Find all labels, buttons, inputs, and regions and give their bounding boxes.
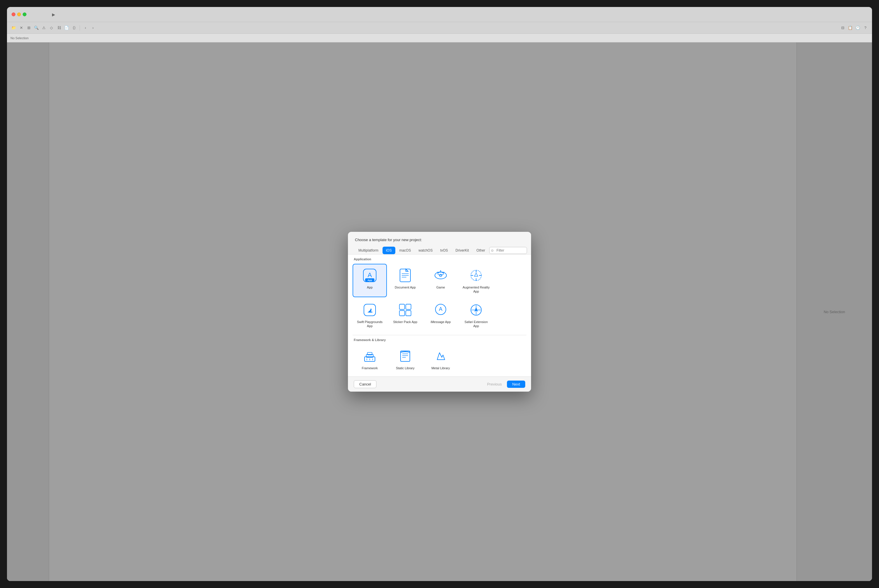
dialog-overlay: Choose a template for your new project: … — [7, 42, 440, 294]
doc-icon[interactable]: 📄 — [63, 25, 70, 31]
svg-text:A: A — [368, 272, 372, 279]
template-dialog: Choose a template for your new project: … — [348, 232, 440, 294]
tab-ios[interactable]: iOS — [383, 247, 395, 254]
nav-back-icon[interactable]: ‹ — [82, 25, 89, 31]
document-app-label: Document App — [395, 285, 416, 290]
search-icon[interactable]: 🔍 — [33, 25, 39, 31]
game-label: Game — [436, 285, 440, 290]
tab-macos[interactable]: macOS — [396, 247, 415, 254]
folder-icon[interactable]: 📁 — [11, 25, 17, 31]
titlebar: ▶ — [7, 7, 440, 22]
traffic-lights — [12, 12, 27, 16]
main-content: Choose a template for your new project: … — [7, 42, 440, 294]
section-application-header: Application — [348, 255, 440, 262]
xcode-window: ▶ 📁 ✕ ⊞ 🔍 ⚠ ◇ ⛓ 📄 ⟨⟩ ‹ › ⊟ 📋 🕐 ? No Sele… — [7, 7, 440, 294]
game-icon — [433, 268, 440, 283]
dialog-body: Application A ✦ — [348, 255, 440, 294]
shape-icon[interactable]: ◇ — [48, 25, 55, 31]
document-app-icon — [398, 268, 413, 283]
divider — [80, 25, 80, 30]
tab-multiplatform[interactable]: Multiplatform — [355, 247, 382, 254]
warning-icon[interactable]: ⚠ — [41, 25, 47, 31]
breadcrumb-text: No Selection — [11, 36, 29, 40]
app-label: App — [367, 285, 373, 290]
nav-forward-icon[interactable]: › — [90, 25, 96, 31]
maximize-button[interactable] — [23, 12, 27, 16]
template-document-app[interactable]: Document App — [388, 264, 422, 294]
close-tab-icon[interactable]: ✕ — [18, 25, 24, 31]
minimize-button[interactable] — [17, 12, 21, 16]
template-app[interactable]: A ✦ App App — [353, 264, 387, 294]
tab-tvos[interactable]: tvOS — [437, 247, 440, 254]
grid-icon[interactable]: ⊞ — [26, 25, 32, 31]
run-button[interactable]: ▶ — [52, 12, 55, 17]
tabs-bar: Multiplatform iOS macOS watchOS tvOS Dri… — [348, 247, 440, 255]
application-grid: A ✦ App App — [348, 262, 440, 294]
chevron-wrap-icon[interactable]: ⟨⟩ — [71, 25, 77, 31]
breadcrumb-bar: No Selection — [7, 34, 440, 42]
template-game[interactable]: Game — [424, 264, 440, 294]
svg-point-9 — [435, 272, 440, 279]
dialog-header: Choose a template for your new project: — [348, 232, 440, 247]
tab-watchos[interactable]: watchOS — [415, 247, 436, 254]
dialog-title: Choose a template for your new project: — [355, 238, 440, 242]
svg-text:App: App — [367, 279, 372, 282]
link-icon[interactable]: ⛓ — [56, 25, 62, 31]
close-button[interactable] — [12, 12, 15, 16]
editor-area: Choose a template for your new project: … — [49, 42, 440, 294]
app-icon: A ✦ App — [362, 268, 377, 283]
toolbar: 📁 ✕ ⊞ 🔍 ⚠ ◇ ⛓ 📄 ⟨⟩ ‹ › ⊟ 📋 🕐 ? — [7, 22, 440, 34]
